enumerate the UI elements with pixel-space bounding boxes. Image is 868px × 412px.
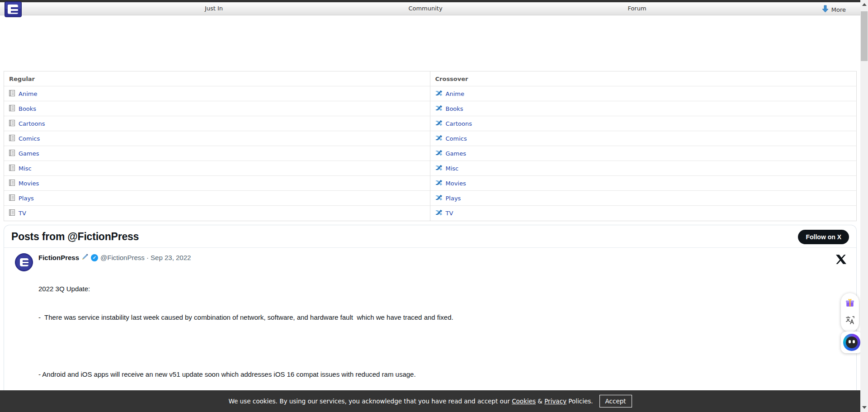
extension-pill (841, 293, 859, 332)
regular-cartoons-link[interactable]: Cartoons (19, 120, 45, 127)
posts-section: Posts from @FictionPress Follow on X Fic… (4, 225, 857, 412)
story-scroll-icon (9, 179, 15, 188)
regular-plays-cell: Plays (4, 191, 430, 206)
cookie-text: We use cookies. By using our services, y… (228, 398, 593, 405)
category-row-comics: Comics Comics (4, 131, 856, 146)
story-scroll-icon (9, 164, 15, 173)
crossover-anime-link[interactable]: Anime (446, 90, 464, 97)
crossover-plays-cell: Plays (430, 191, 857, 206)
privacy-policy-link[interactable]: Privacy (544, 398, 566, 405)
regular-games-link[interactable]: Games (19, 150, 39, 157)
regular-plays-link[interactable]: Plays (19, 195, 34, 202)
avatar[interactable] (15, 253, 33, 271)
crossover-tv-cell: TV (430, 206, 857, 221)
category-row-plays: Plays Plays (4, 191, 856, 206)
robot-eye (853, 340, 855, 343)
tweet-body-line (38, 341, 829, 350)
regular-anime-cell: Anime (4, 86, 430, 101)
story-scroll-icon (9, 119, 15, 128)
crossover-misc-cell: Misc (430, 161, 857, 176)
nav-just-in[interactable]: Just In (205, 5, 223, 12)
accept-cookies-button[interactable]: Accept (599, 395, 632, 407)
regular-anime-link[interactable]: Anime (19, 90, 37, 97)
crossover-tv-link[interactable]: TV (446, 210, 453, 217)
category-row-movies: Movies Movies (4, 176, 856, 191)
cookies-policy-link[interactable]: Cookies (512, 398, 536, 405)
crossover-books-cell: Books (430, 101, 857, 116)
x-twitter-logo-icon[interactable] (836, 254, 846, 266)
tweet-body: 2022 3Q Update: - There was service inst… (38, 265, 829, 398)
writing-pen-icon (81, 253, 89, 262)
crossover-plays-link[interactable]: Plays (446, 195, 461, 202)
crossover-arrows-icon (435, 90, 443, 98)
crossover-movies-link[interactable]: Movies (446, 180, 466, 187)
robot-assistant-icon[interactable] (843, 334, 860, 351)
cookie-text-after: Policies. (566, 398, 593, 405)
crossover-misc-link[interactable]: Misc (446, 165, 459, 172)
regular-tv-cell: TV (4, 206, 430, 221)
cookie-separator: & (536, 398, 544, 405)
regular-misc-link[interactable]: Misc (19, 165, 32, 172)
crossover-arrows-icon (435, 135, 443, 142)
regular-movies-cell: Movies (4, 176, 430, 191)
regular-comics-cell: Comics (4, 131, 430, 146)
fictionpress-logo[interactable] (5, 1, 22, 19)
crossover-arrows-icon (435, 194, 443, 202)
scrollbar-down-arrow[interactable] (862, 406, 867, 409)
nav-more[interactable]: More (822, 5, 846, 14)
nav-forum[interactable]: Forum (627, 5, 646, 12)
crossover-arrows-icon (435, 105, 443, 113)
posts-title: Posts from @FictionPress (11, 231, 139, 242)
regular-column-header: Regular (4, 71, 430, 86)
category-row-misc: Misc Misc (4, 161, 856, 176)
scrollbar-thumb[interactable] (861, 11, 868, 61)
category-table: Regular Crossover Anime Anime Books Book… (4, 71, 857, 221)
tweet-author-name[interactable]: FictionPress (38, 254, 79, 261)
category-row-anime: Anime Anime (4, 86, 856, 101)
translate-icon[interactable] (845, 315, 855, 327)
tweet-handle-date[interactable]: @FictionPress · Sep 23, 2022 (100, 254, 191, 261)
story-scroll-icon (9, 104, 15, 113)
crossover-cartoons-cell: Cartoons (430, 116, 857, 131)
regular-cartoons-cell: Cartoons (4, 116, 430, 131)
crossover-arrows-icon (435, 165, 443, 172)
nav-more-label: More (831, 6, 846, 13)
tweet-body-line: 2022 3Q Update: (38, 284, 829, 294)
category-header-row: Regular Crossover (4, 71, 856, 86)
crossover-games-link[interactable]: Games (446, 150, 466, 157)
posts-header: Posts from @FictionPress Follow on X (4, 225, 856, 248)
story-scroll-icon (9, 90, 15, 98)
verified-badge-icon: ✓ (91, 254, 98, 261)
crossover-anime-cell: Anime (430, 86, 857, 101)
regular-comics-link[interactable]: Comics (19, 135, 40, 142)
nav-community[interactable]: Community (408, 5, 442, 12)
category-row-books: Books Books (4, 101, 856, 116)
tweet-content: FictionPress ✓ @FictionPress · Sep 23, 2… (38, 253, 849, 412)
regular-books-cell: Books (4, 101, 430, 116)
crossover-cartoons-link[interactable]: Cartoons (446, 120, 472, 127)
category-row-games: Games Games (4, 146, 856, 161)
main-navbar: Just In Community Forum More (0, 2, 860, 15)
regular-misc-cell: Misc (4, 161, 430, 176)
follow-on-x-button[interactable]: Follow on X (798, 230, 849, 244)
story-scroll-icon (9, 209, 15, 218)
scrollbar-up-arrow[interactable] (862, 3, 867, 6)
crossover-movies-cell: Movies (430, 176, 857, 191)
crossover-column-header: Crossover (430, 71, 857, 86)
crossover-comics-link[interactable]: Comics (446, 135, 467, 142)
story-scroll-icon (9, 149, 15, 158)
tweet-body-line: - There was service instability last wee… (38, 313, 829, 322)
crossover-arrows-icon (435, 120, 443, 128)
vertical-scrollbar[interactable] (860, 0, 868, 412)
regular-games-cell: Games (4, 146, 430, 161)
tweet-headline: FictionPress ✓ @FictionPress · Sep 23, 2… (38, 253, 829, 262)
tweet-2022-3q-update[interactable]: FictionPress ✓ @FictionPress · Sep 23, 2… (4, 248, 856, 412)
robot-eye (849, 340, 851, 343)
regular-movies-link[interactable]: Movies (19, 180, 39, 187)
regular-books-link[interactable]: Books (19, 105, 36, 112)
regular-tv-link[interactable]: TV (19, 210, 26, 217)
assistant-widget (841, 331, 863, 353)
crossover-books-link[interactable]: Books (446, 105, 463, 112)
gift-icon[interactable] (845, 298, 855, 310)
tweet-body-line: - Android and iOS apps will receive an n… (38, 369, 829, 379)
